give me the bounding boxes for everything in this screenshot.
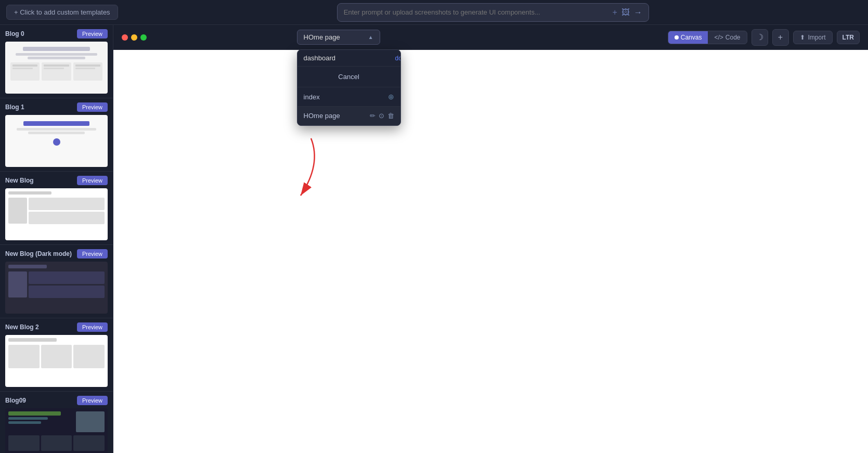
canvas-content: [113, 50, 868, 453]
template-name: New Blog: [5, 177, 34, 184]
template-name: New Blog (Dark mode): [5, 250, 72, 257]
preview-button[interactable]: Preview: [77, 322, 108, 332]
canvas-label: Canvas: [681, 34, 702, 41]
red-dot: [122, 34, 128, 41]
list-item: New Blog Preview: [0, 172, 113, 245]
template-thumbnail: [5, 408, 108, 453]
moon-button[interactable]: ☽: [752, 29, 768, 46]
yellow-dot: [131, 34, 137, 41]
code-brackets-icon: </>: [714, 34, 723, 41]
page-name-active: HOme page: [304, 112, 370, 120]
send-icon[interactable]: →: [634, 8, 642, 17]
list-item: Blog09 Preview: [0, 392, 113, 453]
current-page-label: HOme page: [304, 33, 340, 41]
preview-button[interactable]: Preview: [77, 102, 108, 112]
template-header: New Blog 2 Preview: [5, 322, 108, 332]
template-header: Blog 1 Preview: [5, 102, 108, 112]
sidebar: Blog 0 Preview: [0, 25, 113, 453]
canvas-view-button[interactable]: Canvas: [668, 31, 708, 44]
canvas-area: HOme page ▲ done Cancel i: [113, 25, 868, 453]
image-upload-icon[interactable]: 🖼: [621, 8, 630, 17]
canvas-dot-icon: [675, 35, 679, 40]
template-thumbnail: [5, 42, 108, 94]
template-header: New Blog Preview: [5, 176, 108, 185]
page-dropdown: done Cancel index ⊕ HOme page: [297, 49, 401, 126]
prompt-input[interactable]: [344, 8, 608, 16]
code-view-button[interactable]: </> Code: [708, 31, 746, 44]
done-button[interactable]: done: [395, 55, 401, 62]
preview-button[interactable]: Preview: [77, 29, 108, 38]
page-name: index: [304, 93, 388, 101]
list-item: Blog 0 Preview: [0, 25, 113, 98]
prompt-bar: + 🖼 →: [337, 3, 649, 22]
rename-row: done: [297, 50, 400, 67]
list-item: New Blog (Dark mode) Preview: [0, 245, 113, 318]
ltr-button[interactable]: LTR: [837, 31, 860, 44]
template-name: New Blog 2: [5, 323, 39, 331]
cancel-row: Cancel: [297, 67, 400, 87]
template-header: Blog09 Preview: [5, 396, 108, 405]
template-thumbnail: [5, 188, 108, 240]
template-header: New Blog (Dark mode) Preview: [5, 249, 108, 258]
import-arrow-icon: ⬆: [800, 34, 805, 41]
right-toolbar: Canvas </> Code ☽ + ⬆ Import LTR: [668, 29, 860, 46]
list-item: Blog 1 Preview: [0, 98, 113, 172]
preview-button[interactable]: Preview: [77, 249, 108, 258]
plus-icon: +: [778, 33, 783, 42]
page-selector-wrapper: HOme page ▲ done Cancel i: [297, 30, 380, 45]
page-actions: ✏ ⊙ 🗑: [370, 112, 394, 120]
dropdown-page-item[interactable]: index ⊕: [297, 87, 400, 107]
template-name: Blog 0: [5, 30, 24, 37]
copy-icon[interactable]: ⊙: [379, 112, 384, 120]
page-selector[interactable]: HOme page ▲: [297, 30, 380, 45]
code-label: Code: [726, 34, 741, 41]
preview-button[interactable]: Preview: [77, 396, 108, 405]
green-dot: [140, 34, 147, 41]
template-thumbnail: [5, 335, 108, 387]
list-item: New Blog 2 Preview: [0, 318, 113, 392]
canvas-toolbar: HOme page ▲ done Cancel i: [113, 25, 868, 50]
rename-input[interactable]: [304, 54, 391, 62]
template-name: Blog 1: [5, 103, 24, 111]
template-thumbnail: [5, 262, 108, 314]
plus-icon[interactable]: +: [612, 8, 617, 17]
import-button[interactable]: ⬆ Import: [793, 31, 833, 44]
template-header: Blog 0 Preview: [5, 29, 108, 38]
dropdown-page-item-active[interactable]: HOme page ✏ ⊙ 🗑: [297, 107, 400, 125]
view-toggle: Canvas </> Code: [668, 31, 747, 44]
template-thumbnail: [5, 115, 108, 167]
template-name: Blog09: [5, 397, 26, 404]
add-templates-button[interactable]: + Click to add custom templates: [6, 5, 118, 20]
red-arrow-annotation: [207, 133, 337, 211]
chevron-up-icon: ▲: [368, 34, 373, 40]
cancel-button[interactable]: Cancel: [304, 71, 394, 83]
import-label: Import: [808, 34, 826, 41]
moon-icon: ☽: [756, 32, 763, 42]
page-add-icon: ⊕: [388, 93, 394, 101]
edit-icon[interactable]: ✏: [370, 112, 375, 120]
add-page-button[interactable]: +: [772, 29, 789, 46]
window-dots: [122, 34, 147, 41]
top-bar: + Click to add custom templates + 🖼 →: [0, 0, 868, 25]
main-layout: Blog 0 Preview: [0, 25, 868, 453]
delete-icon[interactable]: 🗑: [387, 112, 394, 120]
preview-button[interactable]: Preview: [77, 176, 108, 185]
